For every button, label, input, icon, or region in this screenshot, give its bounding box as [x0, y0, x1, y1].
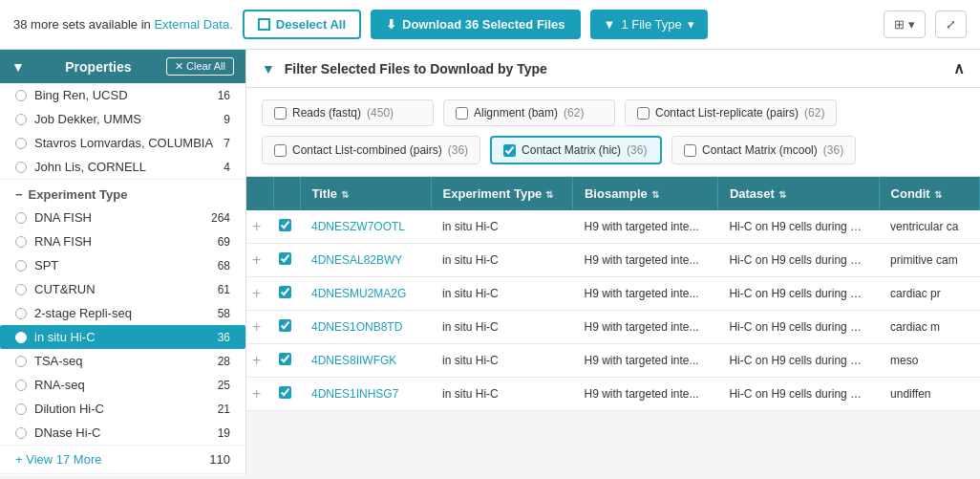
- experiment-label: in situ Hi-C: [34, 330, 218, 344]
- clear-all-button[interactable]: ✕ Clear All: [166, 57, 234, 76]
- radio-icon: [15, 380, 27, 391]
- author-label: Job Dekker, UMMS: [34, 112, 224, 126]
- sidebar-author-item[interactable]: Stavros Lomvardas, COLUMBIA7: [0, 131, 245, 155]
- row-select-checkbox[interactable]: [279, 286, 291, 298]
- collapse-icon: −: [15, 187, 23, 202]
- row-title-cell: 4DNESAL82BWY: [300, 244, 431, 277]
- experiment-link[interactable]: 4DNES8IIWFGK: [311, 354, 396, 367]
- grid-view-button[interactable]: ⊞ ▾: [884, 11, 926, 38]
- filter-option-count: (36): [448, 143, 468, 157]
- experiment-link[interactable]: 4DNESAL82BWY: [311, 253, 402, 267]
- sidebar-experiment-item[interactable]: DNA FISH264: [0, 206, 245, 229]
- sidebar-experiment-item[interactable]: in situ Hi-C36: [0, 325, 245, 349]
- row-checkbox-cell[interactable]: [273, 210, 300, 244]
- filter-option[interactable]: Alignment (bam)(62): [443, 99, 615, 126]
- experiment-link[interactable]: 4DNES1ONB8TD: [311, 320, 402, 334]
- filter-option-count: (62): [804, 106, 824, 120]
- row-checkbox-cell[interactable]: [273, 244, 300, 277]
- row-checkbox-cell[interactable]: [273, 378, 300, 411]
- author-label: Stavros Lomvardas, COLUMBIA: [34, 136, 224, 150]
- expand-icon: ⤢: [946, 17, 956, 32]
- deselect-all-button[interactable]: Deselect All: [243, 10, 361, 39]
- row-condition-cell: meso: [879, 344, 979, 378]
- experiment-count: 21: [218, 403, 230, 416]
- grid-icon: ⊞: [894, 17, 905, 32]
- sidebar-experiment-item[interactable]: RNA-seq25: [0, 373, 245, 397]
- expand-row-cell[interactable]: +: [246, 344, 273, 378]
- experiment-count: 61: [218, 283, 230, 296]
- row-biosample-cell: H9 with targeted inte...: [572, 344, 717, 378]
- filter-option[interactable]: Contact Matrix (mcool)(36): [671, 136, 856, 164]
- radio-icon: [15, 332, 27, 343]
- sidebar-experiment-item[interactable]: TSA-seq28: [0, 349, 245, 373]
- experiment-link[interactable]: 4DNESMU2MA2G: [311, 287, 406, 300]
- sidebar-experiment-item[interactable]: Dilution Hi-C21: [0, 397, 245, 421]
- expand-row-cell[interactable]: +: [246, 277, 273, 311]
- sidebar-author-item[interactable]: Bing Ren, UCSD16: [0, 83, 245, 107]
- view-more-button[interactable]: + View 17 More: [15, 452, 101, 467]
- experiment-count: 68: [218, 259, 230, 272]
- collapse-filter-icon[interactable]: ∧: [953, 59, 965, 77]
- sidebar-experiment-item[interactable]: RNA FISH69: [0, 229, 245, 253]
- row-select-checkbox[interactable]: [279, 386, 291, 399]
- experiment-count: 36: [218, 331, 230, 344]
- row-select-checkbox[interactable]: [279, 219, 291, 231]
- experiment-link[interactable]: 4DNESZW7OOTL: [311, 220, 405, 233]
- filter-option[interactable]: Contact Matrix (hic)(36): [490, 136, 662, 164]
- download-icon: ⬇: [386, 17, 396, 32]
- row-select-checkbox[interactable]: [279, 319, 291, 332]
- filter-option[interactable]: Contact List-replicate (pairs)(62): [625, 99, 837, 126]
- filter-option-label: Contact Matrix (mcool): [702, 143, 818, 157]
- filter-checkbox[interactable]: [274, 144, 287, 157]
- experiment-link[interactable]: 4DNES1INHSG7: [311, 387, 398, 401]
- sidebar-author-item[interactable]: Job Dekker, UMMS9: [0, 107, 245, 131]
- sort-icon: ⇅: [934, 189, 942, 200]
- filter-checkbox[interactable]: [274, 107, 287, 120]
- filter-option[interactable]: Contact List-combined (pairs)(36): [262, 136, 480, 164]
- experiment-count: 25: [218, 379, 230, 392]
- experiment-count: 28: [218, 355, 230, 368]
- filetype-filter-button[interactable]: ▼ 1 File Type ▾: [590, 10, 708, 39]
- sidebar-experiment-item[interactable]: CUT&RUN61: [0, 277, 245, 301]
- table-col-header[interactable]: Condit⇅: [879, 177, 979, 210]
- table-col-header[interactable]: Experiment Type⇅: [431, 177, 572, 210]
- table-col-header[interactable]: Title⇅: [300, 177, 431, 210]
- row-checkbox-cell[interactable]: [273, 277, 300, 311]
- expand-row-cell[interactable]: +: [246, 311, 273, 344]
- data-table-wrapper: Title⇅Experiment Type⇅Biosample⇅Dataset⇅…: [246, 177, 980, 475]
- filter-checkbox[interactable]: [456, 107, 468, 120]
- sidebar-experiment-item[interactable]: SPT68: [0, 253, 245, 277]
- sidebar-experiment-item[interactable]: DNase Hi-C19: [0, 421, 245, 445]
- sidebar-author-item[interactable]: John Lis, CORNELL4: [0, 155, 245, 179]
- row-exptype-cell: in situ Hi-C: [431, 244, 572, 277]
- filter-checkbox[interactable]: [503, 144, 516, 157]
- filter-checkbox[interactable]: [637, 107, 650, 120]
- row-checkbox-cell[interactable]: [273, 344, 300, 378]
- external-data-link[interactable]: External Data.: [154, 17, 232, 32]
- dataset-row[interactable]: +Dataset ⋮⋮: [0, 473, 245, 475]
- filter-checkbox[interactable]: [684, 144, 696, 157]
- sidebar-header: ▼ Properties ✕ Clear All: [0, 50, 245, 83]
- expand-button[interactable]: ⤢: [935, 11, 967, 38]
- row-select-checkbox[interactable]: [279, 252, 291, 265]
- row-select-checkbox[interactable]: [279, 353, 291, 365]
- expand-row-cell[interactable]: +: [246, 210, 273, 244]
- sort-icon: ⇅: [778, 189, 786, 200]
- sidebar-experiment-item[interactable]: 2-stage Repli-seq58: [0, 301, 245, 325]
- table-row: + 4DNESAL82BWY in situ Hi-C H9 with targ…: [246, 244, 980, 277]
- experiment-label: RNA FISH: [34, 234, 218, 249]
- table-col-header[interactable]: Biosample⇅: [572, 177, 717, 210]
- row-checkbox-cell[interactable]: [273, 311, 300, 344]
- expand-row-cell[interactable]: +: [246, 244, 273, 277]
- row-exptype-cell: in situ Hi-C: [431, 378, 572, 411]
- filter-option[interactable]: Reads (fastq)(450): [262, 99, 434, 126]
- filter-option-count: (36): [823, 143, 843, 157]
- download-button[interactable]: ⬇ Download 36 Selected Files: [371, 10, 581, 39]
- view-more-row[interactable]: + View 17 More 110: [0, 445, 245, 473]
- expand-row-cell[interactable]: +: [246, 378, 273, 411]
- row-dataset-cell: Hi-C on H9 cells during human ...: [717, 244, 879, 277]
- col-label: Experiment Type: [443, 186, 543, 201]
- author-count: 7: [224, 137, 230, 150]
- radio-icon: [15, 308, 27, 319]
- table-col-header[interactable]: Dataset⇅: [717, 177, 879, 210]
